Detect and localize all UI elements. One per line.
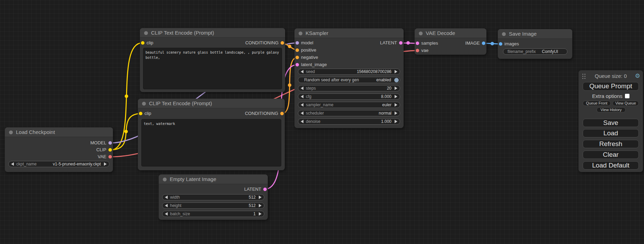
decrement-arrow-icon[interactable] [301,95,303,98]
decrement-arrow-icon[interactable] [165,204,168,207]
collapse-dot-icon[interactable] [419,31,423,35]
toggle-dot-icon[interactable] [394,78,399,82]
widget-label: cfg [306,94,311,99]
prompt-textarea[interactable]: beautiful scenery nature glass bottle la… [143,48,282,89]
output-port-model[interactable] [108,141,112,145]
decrement-arrow-icon[interactable] [301,70,303,73]
link-dot[interactable] [288,83,291,87]
collapse-dot-icon[interactable] [144,31,148,35]
gear-icon[interactable]: ⚙ [635,73,640,79]
denoise-widget[interactable]: denoise 1.000 [298,118,400,125]
collapse-dot-icon[interactable] [142,102,146,106]
steps-widget[interactable]: steps 20 [298,85,400,91]
node-title-bar[interactable]: Save Image [498,29,572,39]
load-default-button[interactable]: Load Default [583,161,639,170]
prompt-textarea[interactable]: text, watermark [141,119,281,166]
increment-arrow-icon[interactable] [395,111,397,115]
decrement-arrow-icon[interactable] [11,162,14,166]
link-dot[interactable] [124,130,128,133]
node-title-bar[interactable]: CLIP Text Encode (Prompt) [140,28,285,38]
scheduler-widget[interactable]: scheduler normal [298,110,400,116]
input-port-clip[interactable] [139,112,142,115]
input-port-images[interactable] [499,42,502,46]
output-port-conditioning[interactable] [280,112,284,115]
node-save-image: Save Image images filename_prefix ComfyU… [498,29,572,59]
view-history-button[interactable]: View History [597,107,626,112]
collapse-dot-icon[interactable] [299,31,302,35]
collapse-dot-icon[interactable] [9,130,13,134]
input-port-samples[interactable] [416,42,419,45]
node-title: KSampler [306,30,328,36]
collapse-dot-icon[interactable] [163,178,167,181]
increment-arrow-icon[interactable] [395,87,397,90]
refresh-button[interactable]: Refresh [583,140,639,148]
output-label-latent: LATENT [380,40,397,45]
node-title-bar[interactable]: Empty Latent Image [159,174,268,184]
decrement-arrow-icon[interactable] [301,111,303,115]
output-label-image: IMAGE [465,40,480,46]
queue-prompt-button[interactable]: Queue Prompt [583,82,639,91]
node-title-bar[interactable]: Load Checkpoint [5,127,113,137]
increment-arrow-icon[interactable] [395,120,397,123]
output-label-clip: CLIP [96,147,106,152]
view-queue-button[interactable]: View Queue [612,101,639,106]
increment-arrow-icon[interactable] [395,70,397,73]
width-widget[interactable]: width 512 [162,194,264,200]
output-port-vae[interactable] [108,155,112,159]
widget-value: 156680208700286 [357,69,391,74]
node-title-bar[interactable]: CLIP Text Encode (Prompt) [138,99,285,108]
save-button[interactable]: Save [583,119,639,127]
increment-arrow-icon[interactable] [259,196,262,199]
decrement-arrow-icon[interactable] [165,196,168,199]
output-port-latent[interactable] [399,41,403,45]
collapse-dot-icon[interactable] [502,32,506,36]
clear-button[interactable]: Clear [583,151,639,159]
input-port-latent-image[interactable] [295,63,299,66]
input-port-model[interactable] [295,41,299,45]
output-port-clip[interactable] [108,148,112,152]
input-port-clip[interactable] [141,41,144,45]
decrement-arrow-icon[interactable] [301,87,303,90]
node-clip-text-encode-positive: CLIP Text Encode (Prompt) clip CONDITION… [140,28,285,92]
increment-arrow-icon[interactable] [395,95,397,98]
widget-label: Random seed after every gen [304,78,359,82]
load-button[interactable]: Load [583,129,639,137]
input-label-clip: clip [147,40,153,45]
increment-arrow-icon[interactable] [259,204,262,207]
node-title-bar[interactable]: KSampler [294,28,404,38]
sampler-name-widget[interactable]: sampler_name euler [298,102,400,108]
decrement-arrow-icon[interactable] [301,120,303,123]
output-port-conditioning[interactable] [281,41,284,45]
input-port-negative[interactable] [295,56,299,59]
ckpt-name-widget[interactable]: ckpt_name v1-5-pruned-emaonly.ckpt [8,161,109,167]
node-title-bar[interactable]: VAE Decode [415,28,486,38]
input-label-images: images [504,41,519,46]
cfg-widget[interactable]: cfg 8.000 [298,93,400,100]
queue-front-button[interactable]: Queue Front [583,101,611,106]
link-dot[interactable] [406,41,410,45]
filename-prefix-widget[interactable]: filename_prefix ComfyUI [503,48,567,55]
link-dot[interactable] [491,42,494,45]
increment-arrow-icon[interactable] [259,212,262,216]
height-widget[interactable]: height 512 [162,202,264,209]
extra-options-checkbox[interactable] [625,94,629,98]
queue-size-label: Queue size: 0 [581,73,640,79]
link-dot[interactable] [125,94,128,98]
increment-arrow-icon[interactable] [395,103,397,107]
link-dot[interactable] [288,45,291,48]
widget-value: 20 [387,86,391,91]
widget-label: steps [306,86,316,91]
batch-size-widget[interactable]: batch_size 1 [162,211,264,217]
increment-arrow-icon[interactable] [104,162,107,166]
widget-value: normal [379,111,391,116]
decrement-arrow-icon[interactable] [301,103,303,107]
decrement-arrow-icon[interactable] [165,212,168,216]
seed-widget[interactable]: seed 156680208700286 [298,69,400,75]
input-port-vae[interactable] [416,49,419,52]
input-port-positive[interactable] [295,48,299,52]
output-port-image[interactable] [482,42,485,45]
output-port-latent[interactable] [263,188,267,191]
input-label-model: model [301,40,313,45]
widget-label: ckpt_name [16,162,37,166]
random-seed-widget[interactable]: Random seed after every gen enabled [298,77,400,83]
